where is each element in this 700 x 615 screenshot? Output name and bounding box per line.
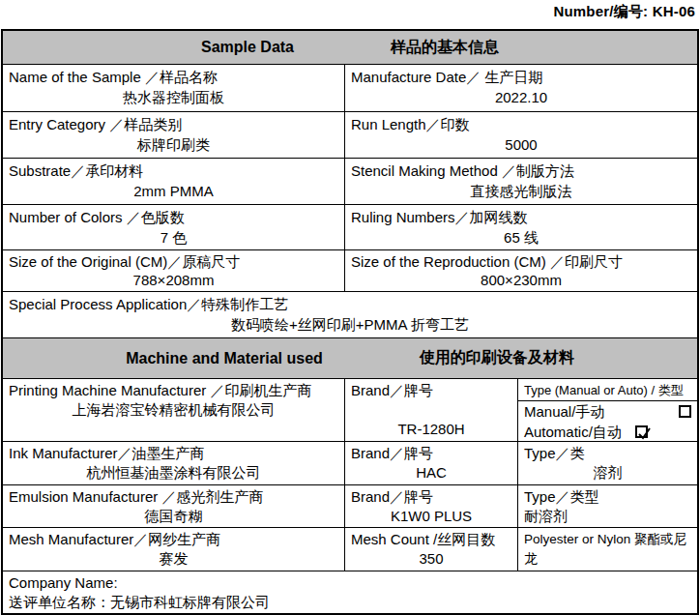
section2-title-zh: 使用的印刷设备及材料 [420,348,574,368]
field-value: 标牌印刷类 [9,134,338,155]
field-value: 7 色 [9,227,338,248]
field-label: Run Length／印数 [351,114,691,134]
manual-option-row: Manual/手动 [524,401,691,422]
field-size-original: Size of the Original (CM)／原稿尺寸 788×208mm [3,250,344,291]
field-label: Substrate／承印材料 [9,161,338,181]
row-mesh: Mesh Manufacturer／网纱生产商 赛发 Mesh Count /丝… [3,527,697,571]
field-value: 杭州恒基油墨涂料有限公司 [9,463,338,483]
field-value: 2mm PMMA [9,181,338,201]
field-mesh-count: Mesh Count /丝网目数 350 [344,528,517,571]
field-value: 耐溶剂 [524,507,691,526]
row-emulsion: Emulsion Manufacturer ／感光剂生产商 德国奇糊 Brand… [3,484,697,527]
automatic-label: Automatic/自动 [524,422,622,441]
field-mesh-manufacturer: Mesh Manufacturer／网纱生产商 赛发 [3,528,344,571]
field-ink-type: Type／类 溶剂 [517,442,697,484]
field-value: 数码喷绘+丝网印刷+PMMA 折弯工艺 [9,314,691,335]
field-manufacture-date: Manufacture Date／ 生产日期 2022.10 [344,65,697,111]
automatic-option-row: Automatic/自动 [524,422,691,441]
field-value: K1W0 PLUS [351,507,511,526]
row-substrate-stencil: Substrate／承印材料 2mm PMMA Stencil Making M… [3,158,697,204]
field-label: Stencil Making Method ／制版方法 [351,161,691,181]
section1-title-en: Sample Data [201,39,294,56]
field-value: 热水器控制面板 [9,87,338,107]
field-label: Type／类型 [524,487,691,507]
field-substrate: Substrate／承印材料 2mm PMMA [3,159,344,204]
field-label: Ruling Numbers／加网线数 [351,207,691,227]
field-label: Manufacture Date／ 生产日期 [351,67,691,87]
field-label: Emulsion Manufacturer ／感光剂生产商 [9,487,338,507]
field-label: Printing Machine Manufacturer ／印刷机生产商 [9,381,338,400]
field-value: 5000 [351,134,691,155]
field-label: Brand／牌号 [351,487,511,507]
field-number-of-colors: Number of Colors ／色版数 7 色 [3,205,344,249]
field-value: 788×208mm [9,271,338,289]
field-value: 上海岩溶宝铃精密机械有限公司 [9,400,338,420]
field-value: 2022.10 [351,87,691,107]
field-label: Entry Category ／样品类别 [9,114,338,134]
field-entry-category: Entry Category ／样品类别 标牌印刷类 [3,112,344,158]
section-header-machine-material: Machine and Material used 使用的印刷设备及材料 [3,337,697,378]
field-special-process: Special Process Application／特殊制作工艺 数码喷绘+… [3,292,697,337]
field-label: Size of the Reproduction (CM) ／印刷尺寸 [351,252,691,271]
field-value: 350 [351,549,511,569]
field-label: Brand／牌号 [351,444,511,463]
field-label: Number of Colors ／色版数 [9,207,338,227]
field-value: 65 线 [351,227,691,248]
field-run-length: Run Length／印数 5000 [344,112,697,158]
field-label: Polyester or Nylon 聚酯或尼龙 [524,530,691,569]
field-ruling-numbers: Ruling Numbers／加网线数 65 线 [344,205,697,249]
field-label: Ink Manufacturer／油墨生产商 [9,444,338,463]
field-label: Brand／牌号 [351,381,511,400]
field-value: TR-1280H [351,420,511,439]
field-value: HAC [351,463,511,483]
field-machine-type: Type (Manual or Auto) / 类型 Manual/手动 Aut… [517,379,697,441]
field-label: Mesh Manufacturer／网纱生产商 [9,530,338,549]
check-icon [637,426,652,441]
field-machine-brand: Brand／牌号 TR-1280H [344,379,517,441]
field-value: 直接感光制版法 [351,181,691,201]
type-header-label: Type (Manual or Auto) / 类型 [518,381,697,401]
company-label-en: Company Name: [9,573,691,593]
field-ink-brand: Brand／牌号 HAC [344,442,517,484]
section1-title-zh: 样品的基本信息 [391,38,499,58]
field-emulsion-type: Type／类型 耐溶剂 [517,485,697,527]
field-company-name: Company Name: 送评单位名称：无锡市科虹标牌有限公司 [3,571,697,613]
field-value: 赛发 [9,549,338,569]
field-label: Name of the Sample ／样品名称 [9,67,338,87]
manual-checkbox[interactable] [679,405,691,418]
field-sample-name: Name of the Sample ／样品名称 热水器控制面板 [3,65,344,111]
field-machine-manufacturer: Printing Machine Manufacturer ／印刷机生产商 上海… [3,379,344,441]
field-size-reproduction: Size of the Reproduction (CM) ／印刷尺寸 800×… [344,250,697,291]
row-ink: Ink Manufacturer／油墨生产商 杭州恒基油墨涂料有限公司 Bran… [3,441,697,484]
automatic-checkbox[interactable] [635,425,648,438]
document-number: Number/编号: KH-06 [553,3,695,21]
field-ink-manufacturer: Ink Manufacturer／油墨生产商 杭州恒基油墨涂料有限公司 [3,442,344,484]
manual-label: Manual/手动 [524,401,604,422]
form-page: Number/编号: KH-06 Sample Data 样品的基本信息 Nam… [0,0,700,615]
row-company-name: Company Name: 送评单位名称：无锡市科虹标牌有限公司 [3,571,697,613]
sample-data-form: Sample Data 样品的基本信息 Name of the Sample ／… [1,29,699,615]
field-value: 800×230mm [351,271,691,289]
field-value: 德国奇糊 [9,507,338,526]
section-header-sample-data: Sample Data 样品的基本信息 [3,31,697,64]
row-printing-machine: Printing Machine Manufacturer ／印刷机生产商 上海… [3,378,697,441]
field-stencil-method: Stencil Making Method ／制版方法 直接感光制版法 [344,159,697,204]
field-mesh-material: Polyester or Nylon 聚酯或尼龙 聚酯 [517,528,697,571]
section2-title-en: Machine and Material used [126,350,323,367]
row-special-process: Special Process Application／特殊制作工艺 数码喷绘+… [3,291,697,337]
field-label: Mesh Count /丝网目数 [351,530,511,549]
field-label: Type／类 [524,444,691,463]
row-colors-ruling: Number of Colors ／色版数 7 色 Ruling Numbers… [3,204,697,249]
field-value: 聚酯 [524,569,691,571]
field-emulsion-manufacturer: Emulsion Manufacturer ／感光剂生产商 德国奇糊 [3,485,344,527]
field-value: 溶剂 [524,463,691,483]
field-emulsion-brand: Brand／牌号 K1W0 PLUS [344,485,517,527]
field-label: Size of the Original (CM)／原稿尺寸 [9,252,338,271]
row-sizes: Size of the Original (CM)／原稿尺寸 788×208mm… [3,249,697,291]
row-category-runlength: Entry Category ／样品类别 标牌印刷类 Run Length／印数… [3,111,697,158]
row-name-manufacture-date: Name of the Sample ／样品名称 热水器控制面板 Manufac… [3,64,697,111]
field-label: Special Process Application／特殊制作工艺 [9,294,691,314]
company-label-zh: 送评单位名称：无锡市科虹标牌有限公司 [9,593,691,612]
